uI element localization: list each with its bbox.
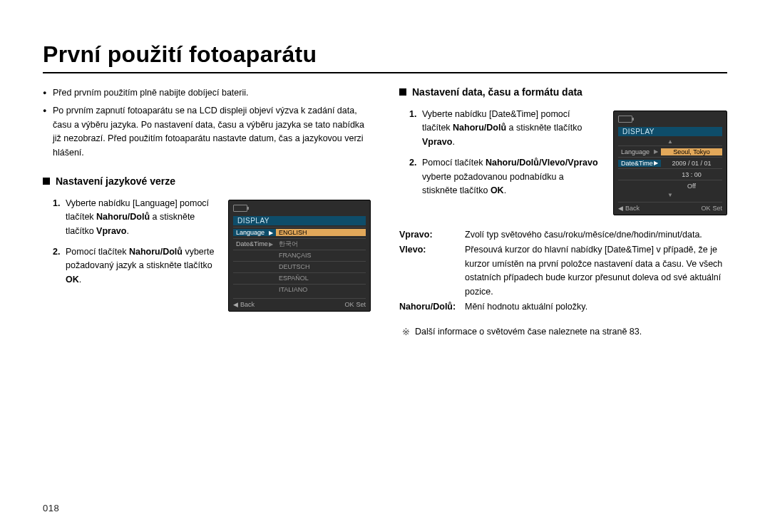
lcd-opt: FRANÇAIS [276,252,366,259]
lcd-ok-set: OK Set [344,301,366,308]
lcd-language: DISPLAY Language▶ ENGLISH Date&Time▶ 한국어… [228,200,371,312]
lcd-val-tz: Seoul, Tokyo [661,148,722,155]
lcd-header: DISPLAY [233,216,366,225]
lcd-menu-datetime: Date&Time▶ [618,160,661,167]
step-text: Vyberte nabídku [Language] pomocí tlačít… [66,197,215,238]
section-heading-datetime: Nastavení data, času a formátu data [399,86,727,98]
lcd-menu-language: Language▶ [233,229,276,236]
lcd-ok-set: OK Set [701,205,722,212]
step-number: 1. [409,108,422,149]
bullet-icon: ● [43,86,53,100]
bullet-icon: ● [43,104,53,160]
lcd-opt-english: ENGLISH [276,229,366,236]
def-val: Mění hodnotu aktuální položky. [465,300,727,314]
lcd-opt: DEUTSCH [276,263,366,270]
lcd-opt: ESPAÑOL [276,275,366,282]
step-number: 2. [53,245,66,287]
heading-text: Nastavení jazykové verze [56,175,175,187]
intro-bullet-2: ● Po prvním zapnutí fotoaparátu se na LC… [43,104,371,160]
square-icon [399,88,406,96]
step-number: 2. [409,156,422,198]
section-heading-language: Nastavení jazykové verze [43,175,371,187]
step-text: Pomocí tlačítek Nahoru/Dolů vyberte poža… [66,245,215,287]
page-title: První použití fotoaparátu [43,41,727,73]
lcd-val-date: 2009 / 01 / 01 [661,160,722,167]
intro-text-1: Před prvním použitím plně nabijte dobíje… [53,86,248,100]
lcd-menu-language: Language▶ [618,148,661,155]
intro-bullet-1: ● Před prvním použitím plně nabijte dobí… [43,86,371,100]
step-number: 1. [53,197,66,238]
language-steps: 1. Vyberte nabídku [Language] pomocí tla… [43,197,215,312]
step-text: Pomocí tlačítek Nahoru/Dolů/Vlevo/Vpravo… [422,156,600,198]
note-text: Další informace o světovém čase naleznet… [415,327,642,337]
footnote: ※ Další informace o světovém čase nalezn… [399,327,727,337]
heading-text: Nastavení data, času a formátu data [412,86,582,98]
lcd-menu-datetime: Date&Time▶ [233,240,276,247]
left-column: ● Před prvním použitím plně nabijte dobí… [43,86,371,337]
step-text: Vyberte nabídku [Date&Time] pomocí tlačí… [422,108,600,149]
lcd-opt: ITALIANO [276,286,366,293]
def-key: Vlevo: [399,243,465,299]
lcd-header: DISPLAY [618,127,722,136]
lcd-back: ◀ Back [618,205,640,212]
battery-icon [233,205,247,212]
page-number: 018 [43,503,59,513]
intro-text-2: Po prvním zapnutí fotoaparátu se na LCD … [53,104,371,160]
datetime-steps: 1. Vyberte nabídku [Date&Time] pomocí tl… [399,108,600,215]
def-val: Zvolí typ světového času/roku/měsíce/dne… [465,228,727,242]
button-definitions: Vpravo: Zvolí typ světového času/roku/mě… [399,228,727,314]
lcd-opt: 한국어 [276,240,366,249]
lcd-datetime: DISPLAY ▲ Language▶ Seoul, Tokyo Date&Ti… [613,111,727,215]
right-column: Nastavení data, času a formátu data 1. V… [399,86,727,337]
def-key: Nahoru/Dolů: [399,300,465,314]
lcd-val-time: 13 : 00 [661,171,722,178]
def-key: Vpravo: [399,228,465,242]
note-icon: ※ [402,327,415,337]
square-icon [43,178,50,185]
def-val: Přesouvá kurzor do hlavní nabídky [Date&… [465,243,727,299]
lcd-val-off: Off [661,183,722,190]
lcd-back: ◀ Back [233,301,255,308]
battery-icon [618,116,632,123]
